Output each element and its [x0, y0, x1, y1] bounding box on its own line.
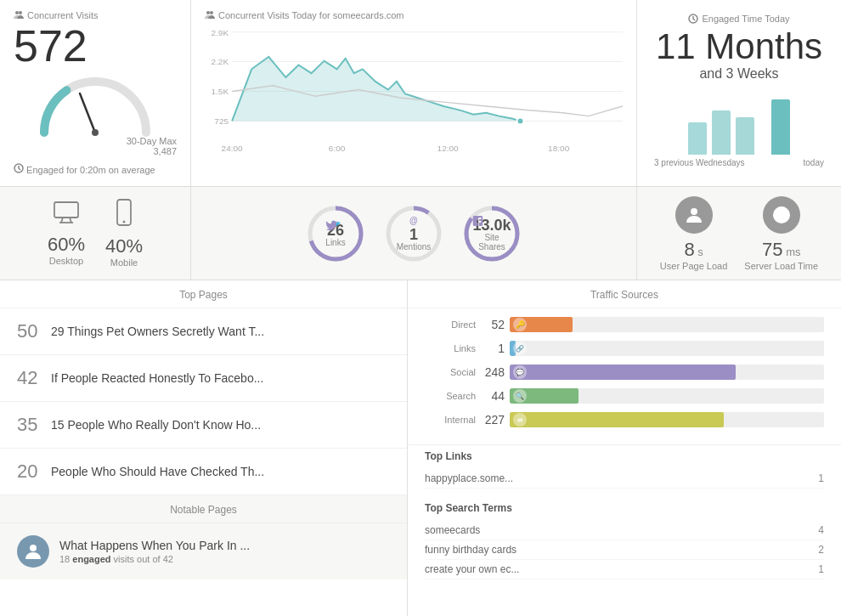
pages-panel: Top Pages 50 29 Things Pet Owners Secret… [0, 280, 408, 616]
traffic-list: Direct 52 🔑 Links 1 🔗 [408, 308, 841, 444]
time-title: Engaged Time Today [651, 14, 827, 24]
svg-point-34 [691, 208, 697, 215]
svg-text:12:00: 12:00 [437, 144, 460, 153]
svg-point-15 [516, 118, 523, 125]
server-section: 8 s User Page Load 75 ms Server Load Tim… [637, 187, 841, 280]
mobile-stat: 40% Mobile [105, 199, 143, 268]
siteshares-stat: 13.0k Site Shares [461, 203, 522, 264]
user-load-label: User Page Load [660, 261, 728, 271]
server-load-icon [763, 196, 800, 234]
desktop-pct: 60% [48, 234, 85, 256]
bars-labels: 3 previous Wednesdays today [651, 158, 827, 167]
siteshares-ring: 13.0k Site Shares [461, 203, 522, 264]
time-main: 11 Months [651, 27, 827, 66]
svg-point-26 [123, 221, 126, 223]
facebook-icon [472, 216, 483, 226]
clock-icon [14, 163, 24, 173]
svg-rect-21 [54, 202, 78, 218]
concurrent-number: 572 [14, 24, 177, 68]
comparison-bars [651, 95, 827, 155]
people-icon-2 [205, 10, 215, 20]
top-links-section: Top Links happyplace.some... 1 [408, 444, 841, 497]
page-item: 50 29 Things Pet Owners Secretly Want T.… [0, 308, 407, 355]
time-sub: and 3 Weeks [651, 66, 827, 82]
top-links-title: Top Links [425, 450, 824, 462]
page-item: 20 People Who Should Have Checked Th... [0, 449, 407, 495]
mentions-ring: @ 1 Mentions [383, 203, 444, 264]
chart-title: Concurrent Visits Today for someecards.c… [205, 10, 623, 20]
avatar-icon [24, 542, 42, 561]
twitter-icon [325, 220, 337, 230]
notable-page-title: What Happens When You Park In ... [59, 539, 250, 552]
line-chart: 2.9K 2.2K 1.5K 725 24:00 6:00 12:00 18:0… [205, 24, 623, 160]
traffic-item-links: Links 1 🔗 [425, 341, 824, 356]
traffic-panel: Traffic Sources Direct 52 🔑 Links [408, 280, 841, 616]
server-load-time: 75 ms Server Load Time [744, 196, 818, 271]
top-search-terms-section: Top Search Terms someecards 4 funny birt… [408, 497, 841, 588]
top-pages-title: Top Pages [0, 280, 407, 308]
links-stat: 🐦 26 Links [305, 203, 366, 264]
device-section: 60% Desktop 40% Mobile [0, 187, 191, 280]
search-item: funny birthday cards 2 [425, 540, 824, 560]
middle-row: 60% Desktop 40% Mobile 🐦 [0, 187, 841, 280]
desktop-icon [48, 201, 85, 230]
mentions-stat: @ 1 Mentions [383, 203, 444, 264]
concurrent-visits-panel: Concurrent Visits 572 30-Day Max 3,487 E… [0, 0, 191, 186]
social-section: 🐦 26 Links @ 1 [191, 187, 637, 280]
max-label: 30-Day Max 3,487 [14, 136, 177, 156]
traffic-item-search: Search 44 🔍 [425, 388, 824, 404]
search-item: someecards 4 [425, 521, 824, 540]
search-item: create your own ec... 1 [425, 560, 824, 579]
notable-page-sub: 18 engaged visits out of 42 [59, 554, 250, 564]
engaged-text: Engaged for 0:20m on average [14, 163, 177, 175]
top-search-title: Top Search Terms [425, 502, 824, 514]
clock-icon-2 [688, 14, 698, 24]
concurrent-chart-panel: Concurrent Visits Today for someecards.c… [191, 0, 637, 186]
user-page-load: 8 s User Page Load [660, 196, 728, 271]
svg-text:6:00: 6:00 [329, 144, 346, 153]
svg-text:24:00: 24:00 [222, 144, 244, 153]
notable-text: What Happens When You Park In ... 18 eng… [59, 539, 250, 564]
bar-3 [736, 117, 754, 155]
server-load-label: Server Load Time [744, 261, 818, 271]
concurrent-title: Concurrent Visits [14, 10, 177, 20]
svg-point-3 [92, 129, 99, 136]
svg-point-5 [206, 11, 210, 14]
svg-point-0 [15, 11, 19, 14]
page-item: 35 15 People Who Really Don't Know Ho... [0, 402, 407, 449]
svg-text:18:00: 18:00 [548, 144, 570, 153]
traffic-item-internal: Internal 227 ⇄ [425, 412, 824, 427]
notable-item: What Happens When You Park In ... 18 eng… [0, 523, 407, 579]
traffic-title: Traffic Sources [408, 280, 841, 308]
svg-point-36 [30, 545, 37, 551]
user-load-value: 8 s [660, 239, 728, 261]
link-item: happyplace.some... 1 [425, 469, 824, 489]
svg-point-6 [210, 11, 213, 14]
page-item: 42 If People Reacted Honestly To Facebo.… [0, 355, 407, 402]
engaged-time-panel: Engaged Time Today 11 Months and 3 Weeks… [637, 0, 841, 186]
svg-line-2 [80, 93, 95, 133]
bar-1 [688, 122, 707, 155]
mobile-icon [105, 199, 143, 232]
avatar [17, 535, 49, 568]
traffic-item-social: Social 248 💬 [425, 365, 824, 380]
gauge [36, 73, 155, 133]
traffic-item-direct: Direct 52 🔑 [425, 317, 824, 332]
mobile-pct: 40% [105, 235, 143, 257]
desktop-stat: 60% Desktop [48, 201, 85, 266]
svg-point-1 [19, 11, 22, 14]
user-load-icon [675, 196, 713, 234]
people-icon [14, 10, 24, 20]
bar-today [771, 99, 790, 155]
server-load-value: 75 ms [744, 239, 818, 261]
mobile-label: Mobile [105, 257, 143, 268]
bottom-row: Top Pages 50 29 Things Pet Owners Secret… [0, 280, 841, 616]
links-ring: 🐦 26 Links [305, 203, 366, 264]
notable-section: Notable Pages What Happens When You Park… [0, 495, 407, 579]
svg-text:725: 725 [214, 116, 229, 126]
page-list: 50 29 Things Pet Owners Secretly Want T.… [0, 308, 407, 495]
desktop-label: Desktop [48, 256, 85, 266]
bar-2 [712, 110, 731, 155]
notable-title: Notable Pages [0, 495, 407, 523]
svg-text:1.5K: 1.5K [211, 88, 229, 97]
